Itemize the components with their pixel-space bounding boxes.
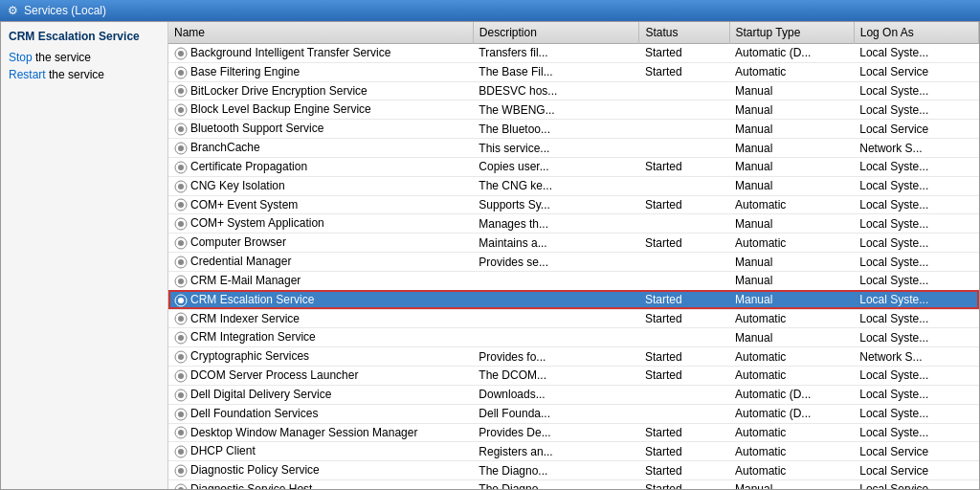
table-row[interactable]: Diagnostic Policy ServiceThe Diagno...St…	[168, 461, 979, 480]
svg-point-39	[178, 412, 184, 417]
service-status-cell: Started	[639, 423, 729, 442]
table-row[interactable]: Certificate PropagationCopies user...Sta…	[168, 157, 979, 176]
stop-link[interactable]: Stop	[9, 51, 33, 64]
service-description-cell	[473, 328, 639, 347]
service-logon-cell: Local Syste...	[854, 176, 978, 195]
service-startup-type-cell: Manual	[729, 328, 854, 347]
restart-link[interactable]: Restart	[9, 68, 46, 81]
service-name-cell: Computer Browser	[168, 234, 473, 253]
table-row[interactable]: CRM Escalation ServiceStartedManualLocal…	[168, 290, 979, 309]
service-logon-cell: Local Service	[854, 442, 978, 461]
table-row[interactable]: COM+ System ApplicationManages th...Manu…	[168, 214, 979, 234]
service-name-cell: COM+ System Application	[168, 214, 473, 234]
service-name-text: Diagnostic Service Host	[190, 482, 312, 489]
service-name-text: BitLocker Drive Encryption Service	[190, 84, 368, 98]
svg-point-17	[178, 202, 184, 208]
table-row[interactable]: Block Level Backup Engine ServiceThe WBE…	[168, 100, 979, 120]
col-header-log-on-as[interactable]: Log On As	[854, 22, 978, 44]
service-icon	[174, 350, 188, 364]
services-list-panel[interactable]: Name Description Status Startup Type Log…	[168, 22, 979, 489]
table-row[interactable]: COM+ Event SystemSupports Sy...StartedAu…	[168, 195, 979, 214]
table-row[interactable]: Desktop Window Manager Session ManagerPr…	[168, 423, 979, 442]
service-status-cell	[639, 271, 729, 290]
service-icon	[174, 103, 188, 117]
service-icon	[174, 275, 188, 288]
service-status-cell: Started	[639, 309, 729, 328]
col-header-name[interactable]: Name	[168, 22, 473, 44]
svg-point-25	[178, 278, 184, 284]
service-name-text: CRM Indexer Service	[190, 312, 300, 325]
service-description-cell: The Diagno...	[473, 480, 639, 489]
service-name-text: DHCP Client	[190, 444, 256, 457]
left-panel-title: CRM Escalation Service	[9, 30, 160, 43]
service-name-cell: CRM Escalation Service	[168, 290, 473, 309]
svg-point-43	[178, 449, 184, 455]
service-description-cell: Copies user...	[473, 157, 639, 176]
service-startup-type-cell: Automatic	[729, 423, 854, 442]
service-logon-cell: Local Syste...	[854, 100, 978, 120]
service-logon-cell: Local Syste...	[854, 328, 978, 347]
table-row[interactable]: DCOM Server Process LauncherThe DCOM...S…	[168, 367, 979, 386]
service-status-cell: Started	[639, 195, 729, 214]
svg-point-23	[178, 259, 184, 265]
service-description-cell: The DCOM...	[473, 367, 639, 386]
service-startup-type-cell: Manual	[729, 139, 854, 158]
stop-action: Stop the service	[9, 51, 160, 64]
service-icon	[174, 47, 188, 60]
table-row[interactable]: Dell Digital Delivery ServiceDownloads..…	[168, 385, 979, 404]
table-row[interactable]: Base Filtering EngineThe Base Fil...Star…	[168, 62, 979, 81]
service-startup-type-cell: Manual	[729, 290, 854, 309]
col-header-description[interactable]: Description	[473, 22, 639, 44]
table-row[interactable]: CRM Integration ServiceManualLocal Syste…	[168, 328, 979, 347]
service-name-text: Block Level Backup Engine Service	[190, 102, 371, 116]
service-status-cell	[639, 139, 729, 158]
table-row[interactable]: Computer BrowserMaintains a...StartedAut…	[168, 234, 979, 253]
table-row[interactable]: BranchCacheThis service...ManualNetwork …	[168, 139, 979, 158]
table-row[interactable]: CNG Key IsolationThe CNG ke...ManualLoca…	[168, 176, 979, 195]
svg-point-19	[178, 221, 184, 227]
service-name-cell: Cryptographic Services	[168, 347, 473, 367]
service-startup-type-cell: Manual	[729, 271, 854, 290]
service-name-text: CRM Escalation Service	[190, 293, 314, 306]
service-startup-type-cell: Automatic	[729, 461, 854, 480]
service-icon	[174, 331, 188, 345]
table-row[interactable]: CRM Indexer ServiceStartedAutomaticLocal…	[168, 309, 979, 328]
service-startup-type-cell: Automatic (D...	[729, 44, 854, 63]
service-startup-type-cell: Manual	[729, 214, 854, 234]
table-row[interactable]: Cryptographic ServicesProvides fo...Star…	[168, 347, 979, 367]
title-bar-text: Services (Local)	[24, 4, 106, 17]
table-row[interactable]: DHCP ClientRegisters an...StartedAutomat…	[168, 442, 979, 461]
service-name-cell: Diagnostic Policy Service	[168, 461, 473, 480]
service-name-cell: Base Filtering Engine	[168, 62, 473, 81]
service-name-text: DCOM Server Process Launcher	[190, 368, 358, 382]
table-row[interactable]: Background Intelligent Transfer ServiceT…	[168, 44, 979, 63]
service-status-cell	[639, 328, 729, 347]
service-icon	[174, 84, 188, 98]
service-status-cell	[639, 100, 729, 120]
service-startup-type-cell: Automatic	[729, 234, 854, 253]
service-description-cell: Manages th...	[473, 214, 639, 234]
service-description-cell: The CNG ke...	[473, 176, 639, 195]
table-row[interactable]: Bluetooth Support ServiceThe Bluetoo...M…	[168, 120, 979, 139]
service-startup-type-cell: Manual	[729, 100, 854, 120]
svg-point-1	[178, 51, 184, 56]
table-row[interactable]: Diagnostic Service HostThe Diagno...Star…	[168, 480, 979, 489]
svg-point-47	[178, 487, 184, 489]
service-logon-cell: Local Syste...	[854, 309, 978, 328]
service-logon-cell: Local Syste...	[854, 423, 978, 442]
svg-point-27	[178, 298, 184, 303]
service-description-cell: Dell Founda...	[473, 404, 639, 423]
service-icon	[174, 294, 188, 307]
service-description-cell: Provides De...	[473, 423, 639, 442]
service-logon-cell: Local Service	[854, 480, 978, 489]
table-row[interactable]: BitLocker Drive Encryption ServiceBDESVC…	[168, 81, 979, 100]
table-row[interactable]: Dell Foundation ServicesDell Founda...Au…	[168, 404, 979, 423]
table-row[interactable]: CRM E-Mail ManagerManualLocal Syste...	[168, 271, 979, 290]
service-logon-cell: Local Syste...	[854, 385, 978, 404]
table-row[interactable]: Credential ManagerProvides se...ManualLo…	[168, 253, 979, 272]
col-header-startup-type[interactable]: Startup Type	[729, 22, 854, 44]
service-status-cell: Started	[639, 290, 729, 309]
service-description-cell: Provides se...	[473, 253, 639, 272]
service-description-cell: Transfers fil...	[473, 44, 639, 63]
col-header-status[interactable]: Status	[639, 22, 729, 44]
